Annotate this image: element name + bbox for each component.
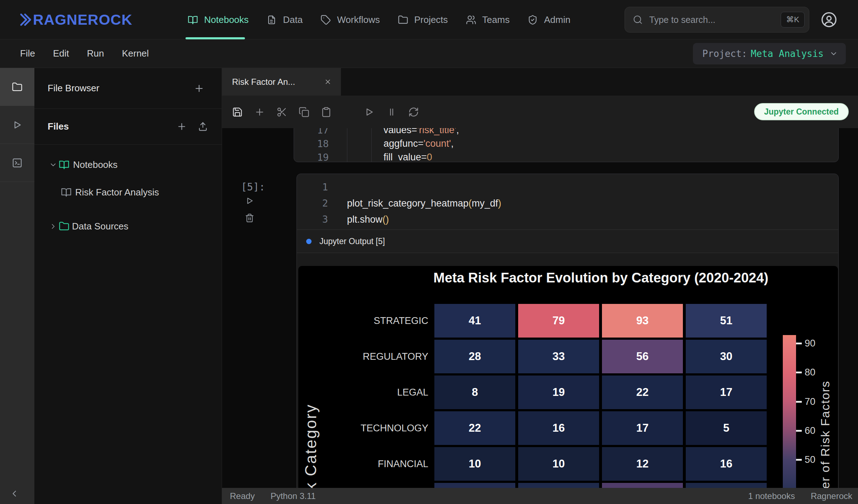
tree-item-notebooks[interactable]: Notebooks bbox=[34, 153, 222, 176]
heatmap-cell: 33 bbox=[518, 340, 599, 373]
heatmap-cell: 22 bbox=[434, 411, 515, 445]
chart-title: Meta Risk Factor Evolution by Category (… bbox=[384, 270, 818, 286]
paste-cell-button[interactable] bbox=[320, 106, 332, 118]
code-text: aggfunc='count', bbox=[373, 138, 454, 149]
folder-icon bbox=[398, 15, 408, 25]
folder-icon bbox=[12, 82, 23, 92]
add-cell-button[interactable] bbox=[254, 106, 266, 118]
code-line: 17 values='risk_title', bbox=[294, 128, 838, 137]
users-icon bbox=[466, 15, 476, 25]
chevron-down-icon bbox=[829, 49, 838, 58]
heatmap-cell-partial bbox=[518, 483, 599, 488]
line-number: 2 bbox=[297, 198, 328, 209]
add-icon[interactable] bbox=[194, 83, 204, 94]
tree-label: Data Sources bbox=[72, 221, 129, 232]
tree-item-data-sources[interactable]: Data Sources bbox=[34, 215, 222, 238]
colorbar-tick-label: 60 bbox=[805, 425, 815, 437]
rail-file-browser-button[interactable] bbox=[0, 68, 34, 106]
search-input[interactable] bbox=[649, 14, 781, 25]
tree-item-risk-factor-analysis[interactable]: Risk Factor Analysis bbox=[34, 181, 222, 204]
pause-icon bbox=[386, 107, 397, 117]
menu-kernel[interactable]: Kernel bbox=[122, 48, 149, 59]
code-text: plot_risk_category_heatmap(my_df) bbox=[347, 198, 501, 209]
user-circle-icon bbox=[821, 11, 837, 28]
heatmap-cell: 93 bbox=[602, 304, 683, 338]
nav-item-admin[interactable]: Admin bbox=[527, 0, 570, 39]
user-avatar-button[interactable] bbox=[821, 11, 837, 28]
notebook-menubar: File Edit Run Kernel Project: Meta Analy… bbox=[0, 39, 858, 68]
delete-cell-button[interactable] bbox=[245, 213, 254, 223]
terminal-icon bbox=[12, 158, 23, 168]
heatmap-cell: 8 bbox=[434, 375, 515, 409]
project-selector[interactable]: Project: Meta Analysis bbox=[693, 43, 846, 64]
colorbar bbox=[783, 335, 796, 488]
file-browser-header: File Browser bbox=[34, 68, 222, 109]
heatmap-cell: 17 bbox=[686, 375, 767, 409]
nav-item-notebooks[interactable]: Notebooks bbox=[188, 0, 249, 39]
tab-title: Risk Factor An... bbox=[232, 77, 295, 87]
heatmap-grid: 41799351283356308192217221617510101216 bbox=[434, 304, 767, 488]
trash-icon bbox=[245, 213, 254, 223]
chevron-right-icon bbox=[49, 222, 57, 231]
sidebar-collapse-button[interactable] bbox=[0, 485, 34, 503]
folder-icon bbox=[59, 221, 69, 232]
file-browser-panel: File Browser Files Notebooks Risk Factor… bbox=[34, 68, 222, 504]
restart-kernel-button[interactable] bbox=[408, 106, 420, 118]
files-title: Files bbox=[48, 121, 69, 132]
logo-chevrons-icon bbox=[16, 12, 32, 28]
heatmap-cell: 41 bbox=[434, 304, 515, 338]
output-status-dot bbox=[306, 239, 312, 244]
nav-label: Data bbox=[283, 14, 303, 25]
heatmap-cell: 56 bbox=[602, 340, 683, 373]
rail-run-button[interactable] bbox=[0, 106, 34, 144]
heatmap-figure: Meta Risk Factor Evolution by Category (… bbox=[298, 266, 838, 488]
line-number: 1 bbox=[297, 181, 328, 193]
execution-count-label: [5]: bbox=[241, 181, 265, 193]
code-lines[interactable]: 12plot_risk_category_heatmap(my_df)3plt.… bbox=[297, 174, 838, 229]
notebook-scroll-area[interactable]: 17 values='risk_title',18 aggfunc='count… bbox=[222, 128, 858, 488]
nav-item-data[interactable]: Data bbox=[266, 0, 303, 39]
cut-cell-button[interactable] bbox=[276, 106, 288, 118]
tree-label: Risk Factor Analysis bbox=[75, 187, 159, 198]
chevron-down-icon bbox=[49, 161, 57, 169]
run-this-cell-button[interactable] bbox=[245, 196, 254, 205]
menu-file[interactable]: File bbox=[20, 48, 35, 59]
add-file-icon[interactable] bbox=[177, 121, 187, 132]
nav-item-teams[interactable]: Teams bbox=[466, 0, 510, 39]
workspace-name: Ragnerock bbox=[811, 491, 852, 501]
line-number: 3 bbox=[297, 214, 328, 225]
upload-icon[interactable] bbox=[198, 121, 208, 132]
copy-cell-button[interactable] bbox=[298, 106, 310, 118]
tree-label: Notebooks bbox=[73, 159, 117, 170]
tab-risk-factor-analysis[interactable]: Risk Factor An... bbox=[222, 68, 341, 96]
menu-run[interactable]: Run bbox=[87, 48, 104, 59]
colorbar-tick-mark bbox=[796, 372, 802, 373]
project-value: Meta Analysis bbox=[751, 48, 824, 59]
colorbar-tick-label: 70 bbox=[805, 396, 815, 408]
rail-terminal-button[interactable] bbox=[0, 144, 34, 182]
interrupt-kernel-button[interactable] bbox=[385, 106, 397, 118]
code-line: 18 aggfunc='count', bbox=[294, 137, 838, 150]
code-cell-partial[interactable]: 17 values='risk_title',18 aggfunc='count… bbox=[294, 128, 839, 162]
notebook-area: Risk Factor An... Jupyter Connected 17 v… bbox=[222, 68, 858, 504]
heatmap-cell: 51 bbox=[686, 304, 767, 338]
shield-check-icon bbox=[527, 15, 538, 25]
output-label: Jupyter Output [5] bbox=[319, 237, 385, 246]
code-line: 19 fill_value=0 bbox=[294, 150, 838, 162]
notebook-toolbar: Jupyter Connected bbox=[222, 96, 858, 128]
code-line: 2plot_risk_category_heatmap(my_df) bbox=[297, 195, 838, 211]
code-cell-5[interactable]: 12plot_risk_category_heatmap(my_df)3plt.… bbox=[297, 174, 839, 488]
play-icon bbox=[364, 107, 375, 117]
nav-item-workflows[interactable]: Workflows bbox=[320, 0, 380, 39]
app-logo[interactable]: RAGNEROCK bbox=[16, 0, 132, 39]
save-button[interactable] bbox=[231, 106, 244, 118]
colorbar-tick-mark bbox=[796, 343, 802, 344]
heatmap-cell: 10 bbox=[434, 447, 515, 481]
menu-edit[interactable]: Edit bbox=[53, 48, 69, 59]
close-icon[interactable] bbox=[324, 78, 332, 86]
file-text-icon bbox=[266, 15, 277, 25]
run-cell-button[interactable] bbox=[363, 106, 375, 118]
panel-title: File Browser bbox=[48, 83, 99, 94]
nav-label: Admin bbox=[544, 14, 570, 25]
nav-item-projects[interactable]: Projects bbox=[398, 0, 448, 39]
